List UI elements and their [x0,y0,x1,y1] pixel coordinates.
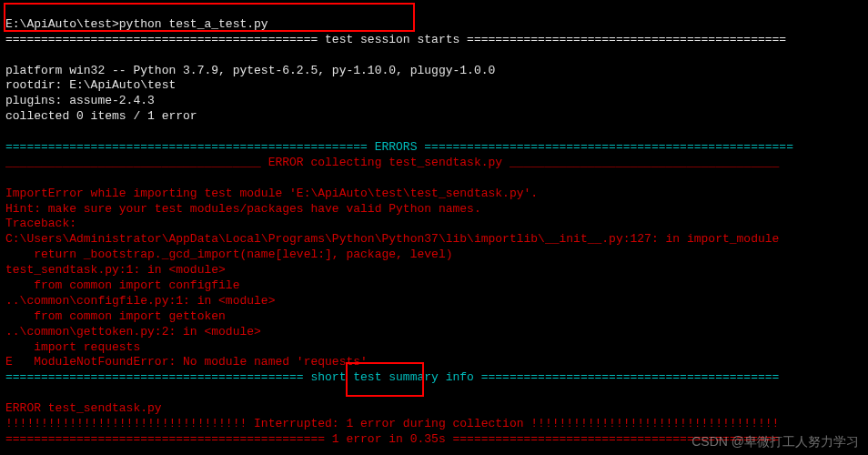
trace-code-2: from common import configfile [5,278,239,292]
session-header: ========================================… [5,33,786,46]
error-collecting-line: ____________________________________ ERR… [5,156,779,169]
errors-header: ========================================… [5,140,793,154]
trace-line-2: test_sendtask.py:1: in <module> [5,263,226,277]
prompt-line: E:\ApiAuto\test>python test_a_test.py [5,17,268,31]
platform-line: platform win32 -- Python 3.7.9, pytest-6… [5,64,495,77]
terminal-output: E:\ApiAuto\test>python test_a_test.py ==… [0,0,868,450]
rootdir-line: rootdir: E:\ApiAuto\test [5,78,176,92]
trace-line-3: ..\common\configfile.py:1: in <module> [5,294,275,308]
summary-header: ========================================… [5,370,779,384]
watermark-text: CSDN @卑微打工人努力学习 [691,433,859,450]
import-error-line: ImportError while importing test module … [5,187,538,200]
plugins-line: plugins: assume-2.4.3 [5,94,155,107]
traceback-label: Traceback: [5,217,76,230]
hint-line: Hint: make sure your test modules/packag… [5,202,481,216]
module-not-found-line: E ModuleNotFoundError: No module named '… [5,355,368,369]
collected-line: collected 0 items / 1 error [5,109,197,123]
trace-line-1: C:\Users\Administrator\AppData\Local\Pro… [5,232,779,246]
trace-code-3: from common import gettoken [5,309,226,323]
interrupted-line: !!!!!!!!!!!!!!!!!!!!!!!!!!!!!!!!!! Inter… [5,417,779,430]
trace-line-4: ..\common\gettoken.py:2: in <module> [5,325,261,339]
final-line: ========================================… [5,432,779,446]
trace-code-1: return _bootstrap._gcd_import(name[level… [5,248,452,261]
trace-code-4: import requests [5,340,140,354]
error-file-line: ERROR test_sendtask.py [5,401,162,415]
